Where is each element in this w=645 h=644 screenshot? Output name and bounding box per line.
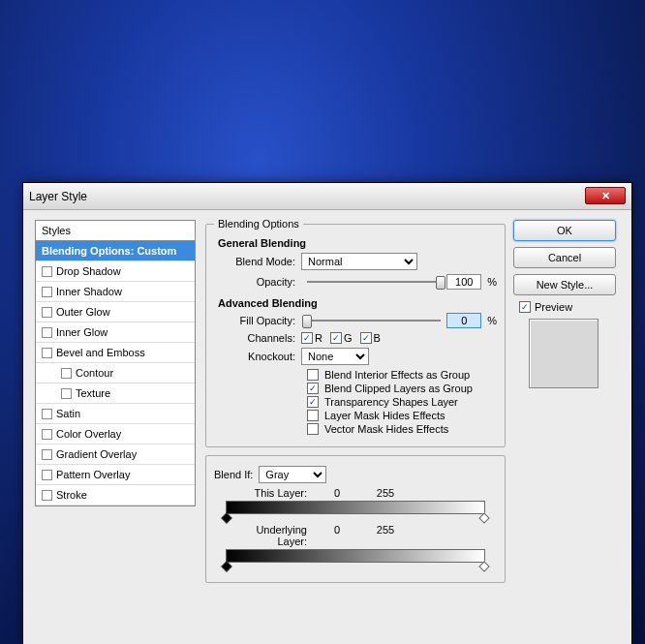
blend-mode-label: Blend Mode: [214, 256, 301, 267]
checkbox-icon[interactable] [42, 348, 52, 358]
content-panel: Blending Options General Blending Blend … [205, 218, 506, 591]
opacity-label: Opacity: [214, 276, 301, 288]
close-icon: ✕ [601, 190, 610, 202]
transparency-shapes-checkbox[interactable] [307, 396, 319, 408]
sidebar-item-outer-glow[interactable]: Outer Glow [36, 302, 195, 322]
checkbox-icon[interactable] [42, 490, 52, 501]
preview-label: Preview [535, 301, 572, 313]
this-layer-gradient[interactable] [226, 501, 485, 514]
fill-opacity-input[interactable] [446, 313, 481, 328]
cancel-button[interactable]: Cancel [513, 247, 616, 268]
titlebar[interactable]: Layer Style ✕ [23, 183, 631, 210]
channels-label: Channels: [214, 332, 301, 344]
knockout-select[interactable]: None [301, 348, 369, 365]
checkbox-icon[interactable] [42, 429, 52, 440]
checkbox-icon[interactable] [42, 266, 52, 277]
sidebar-item-contour[interactable]: Contour [36, 363, 195, 383]
channel-r-checkbox[interactable] [301, 332, 313, 344]
sidebar-item-bevel-emboss[interactable]: Bevel and Emboss [36, 343, 195, 363]
close-button[interactable]: ✕ [585, 187, 626, 204]
sidebar-item-color-overlay[interactable]: Color Overlay [36, 424, 195, 445]
percent-label: % [487, 276, 497, 288]
sidebar-header[interactable]: Styles [36, 221, 195, 241]
checkbox-icon[interactable] [42, 307, 52, 318]
checkbox-icon[interactable] [42, 287, 52, 297]
layer-style-dialog: Layer Style ✕ Styles Blending Options: C… [22, 182, 632, 644]
sidebar-item-inner-shadow[interactable]: Inner Shadow [36, 282, 195, 302]
channel-g-checkbox[interactable] [330, 332, 342, 344]
checkbox-icon[interactable] [61, 368, 72, 379]
sidebar-item-satin[interactable]: Satin [36, 404, 195, 424]
sidebar-item-drop-shadow[interactable]: Drop Shadow [36, 261, 195, 282]
sidebar-item-inner-glow[interactable]: Inner Glow [36, 322, 195, 343]
sidebar-item-pattern-overlay[interactable]: Pattern Overlay [36, 465, 195, 485]
sidebar-item-gradient-overlay[interactable]: Gradient Overlay [36, 445, 195, 465]
this-layer-label: This Layer: [226, 487, 313, 499]
advanced-blending-header: Advanced Blending [218, 297, 497, 309]
layer-mask-checkbox[interactable] [307, 410, 319, 421]
blending-options-legend: Blending Options [214, 218, 303, 230]
general-blending-header: General Blending [218, 237, 497, 249]
preview-swatch [529, 319, 599, 388]
blend-if-label: Blend If: [214, 469, 259, 480]
styles-sidebar: Styles Blending Options: Custom Drop Sha… [35, 220, 196, 506]
checkbox-icon[interactable] [42, 409, 52, 419]
blend-clipped-checkbox[interactable] [307, 383, 319, 394]
percent-label: % [487, 315, 497, 326]
vector-mask-checkbox[interactable] [307, 423, 319, 435]
blend-if-select[interactable]: Gray [259, 466, 326, 483]
checkbox-icon[interactable] [42, 327, 52, 338]
sidebar-item-blending-options[interactable]: Blending Options: Custom [36, 241, 195, 261]
blending-options-group: Blending Options General Blending Blend … [205, 218, 506, 447]
dialog-title: Layer Style [29, 190, 87, 203]
checkbox-icon[interactable] [42, 449, 52, 460]
opacity-slider[interactable] [307, 276, 441, 288]
preview-checkbox[interactable] [519, 301, 531, 313]
sidebar-item-texture[interactable]: Texture [36, 383, 195, 404]
fill-opacity-slider[interactable] [307, 315, 441, 326]
sidebar-item-stroke[interactable]: Stroke [36, 485, 195, 506]
underlying-layer-gradient[interactable] [226, 549, 485, 563]
checkbox-icon[interactable] [42, 470, 52, 480]
channel-b-checkbox[interactable] [360, 332, 372, 344]
ok-button[interactable]: OK [513, 220, 616, 241]
blend-if-group: Blend If: Gray This Layer:0255 Underlyin… [205, 455, 506, 583]
blend-interior-checkbox[interactable] [307, 369, 319, 381]
right-column: OK Cancel New Style... Preview [513, 220, 620, 388]
opacity-input[interactable] [446, 274, 481, 290]
checkbox-icon[interactable] [61, 388, 72, 399]
new-style-button[interactable]: New Style... [513, 274, 616, 295]
knockout-label: Knockout: [214, 351, 301, 362]
fill-opacity-label: Fill Opacity: [214, 315, 301, 326]
underlying-layer-label: Underlying Layer: [226, 524, 313, 547]
blend-mode-select[interactable]: Normal [301, 253, 417, 270]
